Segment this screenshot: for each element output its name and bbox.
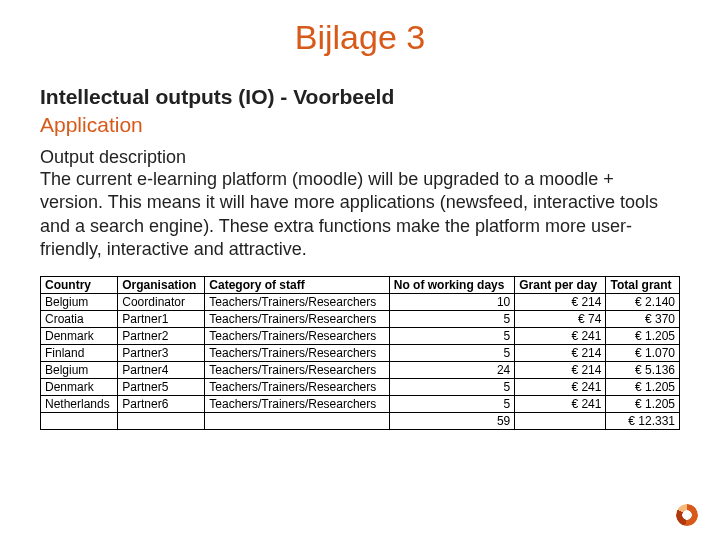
description-label: Output description: [40, 147, 680, 168]
table-header-row: Country Organisation Category of staff N…: [41, 276, 680, 293]
cell-empty: [205, 412, 389, 429]
table-row: Denmark Partner2 Teachers/Trainers/Resea…: [41, 327, 680, 344]
table-row: Croatia Partner1 Teachers/Trainers/Resea…: [41, 310, 680, 327]
cell-org: Partner6: [118, 395, 205, 412]
table-row: Belgium Coordinator Teachers/Trainers/Re…: [41, 293, 680, 310]
cell-empty: [118, 412, 205, 429]
cell-total: € 2.140: [606, 293, 680, 310]
section-subheading: Application: [40, 113, 680, 137]
col-country: Country: [41, 276, 118, 293]
cell-org: Partner4: [118, 361, 205, 378]
col-days: No of working days: [389, 276, 514, 293]
cell-country: Finland: [41, 344, 118, 361]
cell-grant: € 241: [515, 327, 606, 344]
table-row: Denmark Partner5 Teachers/Trainers/Resea…: [41, 378, 680, 395]
cell-total: € 1.205: [606, 378, 680, 395]
table-row: Belgium Partner4 Teachers/Trainers/Resea…: [41, 361, 680, 378]
cell-grand-total: € 12.331: [606, 412, 680, 429]
cell-days: 5: [389, 310, 514, 327]
cell-days: 5: [389, 327, 514, 344]
cell-cat: Teachers/Trainers/Researchers: [205, 361, 389, 378]
cell-total: € 1.205: [606, 327, 680, 344]
cell-total: € 5.136: [606, 361, 680, 378]
table-totals-row: 59 € 12.331: [41, 412, 680, 429]
cell-country: Netherlands: [41, 395, 118, 412]
cell-grant: € 214: [515, 361, 606, 378]
cell-cat: Teachers/Trainers/Researchers: [205, 327, 389, 344]
cell-days: 10: [389, 293, 514, 310]
page-title: Bijlage 3: [40, 18, 680, 57]
cell-org: Coordinator: [118, 293, 205, 310]
cell-cat: Teachers/Trainers/Researchers: [205, 344, 389, 361]
table-row: Finland Partner3 Teachers/Trainers/Resea…: [41, 344, 680, 361]
cell-cat: Teachers/Trainers/Researchers: [205, 293, 389, 310]
logo-icon: [676, 504, 698, 526]
cell-org: Partner3: [118, 344, 205, 361]
cell-grant: € 241: [515, 395, 606, 412]
cell-days: 5: [389, 344, 514, 361]
cell-grant: € 214: [515, 344, 606, 361]
cell-org: Partner1: [118, 310, 205, 327]
cell-total: € 1.205: [606, 395, 680, 412]
cell-country: Denmark: [41, 327, 118, 344]
cell-total: € 370: [606, 310, 680, 327]
table-body: Belgium Coordinator Teachers/Trainers/Re…: [41, 293, 680, 429]
description-text: The current e-learning platform (moodle)…: [40, 168, 680, 262]
section-heading: Intellectual outputs (IO) - Voorbeeld: [40, 85, 680, 109]
cell-country: Belgium: [41, 293, 118, 310]
cell-empty: [41, 412, 118, 429]
cell-days: 5: [389, 378, 514, 395]
cell-cat: Teachers/Trainers/Researchers: [205, 378, 389, 395]
cell-empty: [515, 412, 606, 429]
cell-org: Partner2: [118, 327, 205, 344]
cell-total: € 1.070: [606, 344, 680, 361]
col-category: Category of staff: [205, 276, 389, 293]
table-row: Netherlands Partner6 Teachers/Trainers/R…: [41, 395, 680, 412]
cell-days-total: 59: [389, 412, 514, 429]
cell-org: Partner5: [118, 378, 205, 395]
col-organisation: Organisation: [118, 276, 205, 293]
col-total-grant: Total grant: [606, 276, 680, 293]
cell-cat: Teachers/Trainers/Researchers: [205, 310, 389, 327]
col-grant-per-day: Grant per day: [515, 276, 606, 293]
cell-days: 5: [389, 395, 514, 412]
cell-grant: € 241: [515, 378, 606, 395]
cell-grant: € 74: [515, 310, 606, 327]
cell-country: Denmark: [41, 378, 118, 395]
cell-cat: Teachers/Trainers/Researchers: [205, 395, 389, 412]
cell-country: Belgium: [41, 361, 118, 378]
cell-days: 24: [389, 361, 514, 378]
data-table: Country Organisation Category of staff N…: [40, 276, 680, 430]
cell-grant: € 214: [515, 293, 606, 310]
cell-country: Croatia: [41, 310, 118, 327]
